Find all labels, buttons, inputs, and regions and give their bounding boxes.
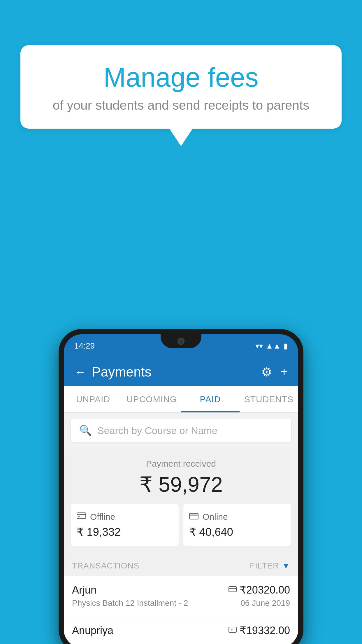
transaction-amount-area: ₹ ₹19332.00 — [229, 624, 290, 637]
svg-rect-8 — [229, 627, 236, 632]
payment-cards: ₹ Offline ₹ 19,332 — [71, 504, 291, 546]
transaction-row[interactable]: Anupriya ₹ ₹19332.00 — [64, 616, 298, 644]
transactions-label: TRANSACTIONS — [72, 561, 139, 570]
header-title: Payments — [92, 364, 152, 380]
cash-payment-icon: ₹ — [229, 626, 237, 635]
transaction-name: Arjun — [72, 584, 96, 596]
online-icon — [189, 511, 198, 522]
settings-icon[interactable]: ⚙ — [261, 365, 272, 379]
transaction-desc: Physics Batch 12 Installment - 2 — [72, 598, 188, 608]
battery-icon: ▮ — [284, 342, 288, 351]
offline-amount: ₹ 19,332 — [77, 526, 121, 538]
transaction-bottom: Physics Batch 12 Installment - 2 06 June… — [72, 598, 290, 608]
phone-notch — [161, 334, 201, 348]
phone-mockup: 14:29 ▾▾ ▲▲ ▮ ← Payments ⚙ + — [59, 329, 303, 644]
transaction-amount-area: ₹20320.00 — [229, 584, 290, 596]
offline-icon: ₹ — [77, 511, 86, 522]
tab-students[interactable]: STUDENTS — [240, 386, 298, 412]
header-right: ⚙ + — [261, 365, 288, 379]
search-bar[interactable]: 🔍 Search by Course or Name — [71, 419, 291, 442]
transaction-date: 06 June 2019 — [240, 598, 290, 608]
search-placeholder: Search by Course or Name — [97, 425, 217, 436]
transaction-top: Anupriya ₹ ₹19332.00 — [72, 624, 290, 637]
status-icons: ▾▾ ▲▲ ▮ — [255, 342, 288, 351]
transaction-amount: ₹19332.00 — [240, 624, 290, 637]
transaction-name: Anupriya — [72, 624, 113, 637]
manage-fees-subtitle: of your students and send receipts to pa… — [38, 98, 324, 113]
phone-frame: 14:29 ▾▾ ▲▲ ▮ ← Payments ⚙ + — [59, 329, 303, 644]
transaction-amount: ₹20320.00 — [240, 584, 290, 596]
front-camera — [178, 338, 184, 345]
card-payment-icon — [229, 585, 237, 595]
manage-fees-title: Manage fees — [38, 63, 324, 92]
filter-icon: ▼ — [282, 561, 290, 570]
transaction-top: Arjun ₹20320.00 — [72, 584, 290, 596]
payment-summary: Payment received ₹ 59,972 ₹ — [64, 448, 298, 554]
svg-rect-6 — [229, 587, 236, 592]
online-label: Online — [203, 512, 228, 522]
speech-bubble-arrow — [169, 129, 193, 146]
filter-area[interactable]: FILTER ▼ — [250, 561, 290, 570]
transactions-header: TRANSACTIONS FILTER ▼ — [64, 554, 298, 576]
tab-unpaid[interactable]: UNPAID — [64, 386, 122, 412]
payment-amount: ₹ 59,972 — [71, 472, 291, 497]
svg-text:₹: ₹ — [77, 516, 79, 519]
tabs-bar: UNPAID UPCOMING PAID STUDENTS — [64, 386, 298, 413]
wifi-icon: ▾▾ — [255, 342, 263, 351]
tab-paid[interactable]: PAID — [181, 386, 240, 412]
svg-text:₹: ₹ — [231, 629, 233, 632]
speech-bubble-section: Manage fees of your students and send re… — [20, 45, 342, 146]
online-card: Online ₹ 40,640 — [183, 504, 291, 546]
offline-card: ₹ Offline ₹ 19,332 — [71, 504, 179, 546]
offline-label: Offline — [90, 512, 115, 522]
phone-screen: ← Payments ⚙ + UNPAID UPCOMING PAID STUD… — [64, 358, 298, 644]
speech-bubble: Manage fees of your students and send re… — [20, 45, 342, 129]
status-time: 14:29 — [74, 341, 95, 351]
app-header: ← Payments ⚙ + — [64, 358, 298, 386]
offline-card-header: ₹ Offline — [77, 511, 115, 522]
header-left: ← Payments — [74, 364, 152, 380]
signal-icon: ▲▲ — [266, 342, 281, 351]
payment-received-label: Payment received — [71, 459, 291, 469]
back-button[interactable]: ← — [74, 366, 86, 378]
svg-rect-4 — [189, 513, 198, 519]
filter-label: FILTER — [250, 561, 279, 570]
search-icon: 🔍 — [79, 424, 92, 437]
status-bar: 14:29 ▾▾ ▲▲ ▮ — [64, 334, 298, 358]
add-button[interactable]: + — [280, 365, 288, 379]
online-amount: ₹ 40,640 — [189, 526, 233, 538]
tab-upcoming[interactable]: UPCOMING — [122, 386, 181, 412]
online-card-header: Online — [189, 511, 228, 522]
transaction-row[interactable]: Arjun ₹20320.00 Physics Batch 12 Install… — [64, 576, 298, 616]
